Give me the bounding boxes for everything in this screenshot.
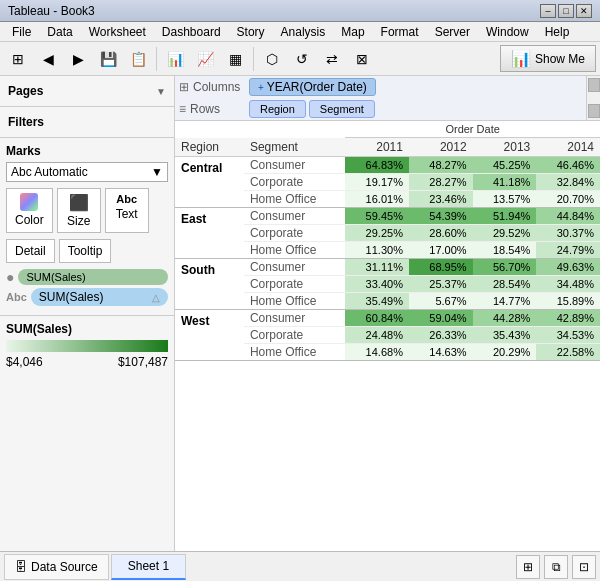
data-cell: 11.30% [345,242,409,259]
new-sheet-btn[interactable]: ⊞ [516,555,540,579]
toolbar-grid-btn[interactable]: ⊞ [4,45,32,73]
menu-format[interactable]: Format [373,23,427,41]
menu-window[interactable]: Window [478,23,537,41]
calendar-icon: + [258,82,264,93]
rows-text: Rows [190,102,220,116]
segment-cell: Consumer [244,310,345,327]
data-cell: 54.39% [409,208,473,225]
menu-analysis[interactable]: Analysis [273,23,334,41]
segment-cell: Corporate [244,327,345,344]
data-cell: 24.48% [345,327,409,344]
detail-button[interactable]: Detail [6,239,55,263]
year-2014-header: 2014 [536,138,600,157]
legend-labels: $4,046 $107,487 [6,355,168,369]
segment-pill[interactable]: Segment [309,100,375,118]
toolbar-sort-btn[interactable]: ⊠ [348,45,376,73]
toolbar-forward-btn[interactable]: ▶ [64,45,92,73]
rows-icon: ≡ [179,102,186,116]
marks-type-dropdown[interactable]: Abc Automatic ▼ [6,162,168,182]
columns-label: ⊞ Columns [179,80,249,94]
marks-type-label: Abc Automatic [11,165,88,179]
data-cell: 68.95% [409,259,473,276]
sheet1-tab[interactable]: Sheet 1 [111,554,186,580]
duplicate-sheet-btn[interactable]: ⧉ [544,555,568,579]
toolbar-copy-btn[interactable]: 📋 [124,45,152,73]
data-cell: 42.89% [536,310,600,327]
toolbar: ⊞ ◀ ▶ 💾 📋 📊 📈 ▦ ⬡ ↺ ⇄ ⊠ 📊 Show Me [0,42,600,76]
toolbar-back-btn[interactable]: ◀ [34,45,62,73]
year-2012-header: 2012 [409,138,473,157]
marks-pill-row-1: ● SUM(Sales) [6,269,168,285]
show-me-button[interactable]: 📊 Show Me [500,45,596,72]
year-order-date-label: YEAR(Order Date) [267,80,367,94]
color-label: Color [15,213,44,227]
delta-icon: △ [152,292,160,303]
sum-sales-pill-1[interactable]: SUM(Sales) [18,269,168,285]
data-area: Order Date Region Segment 2011 2012 2013… [175,121,600,551]
menu-server[interactable]: Server [427,23,478,41]
title-bar-text: Tableau - Book3 [8,4,540,18]
menu-map[interactable]: Map [333,23,372,41]
menu-worksheet[interactable]: Worksheet [81,23,154,41]
region-cell: West [175,310,244,361]
marks-section: Marks Abc Automatic ▼ Color ⬛ Size Abc T… [0,138,174,315]
region-pill[interactable]: Region [249,100,306,118]
menu-help[interactable]: Help [537,23,578,41]
tooltip-button[interactable]: Tooltip [59,239,112,263]
data-cell: 26.33% [409,327,473,344]
left-panel: Pages ▼ Filters Marks Abc Automatic ▼ Co… [0,76,175,551]
data-cell: 14.63% [409,344,473,361]
data-cell: 60.84% [345,310,409,327]
toolbar-filter-btn[interactable]: ⬡ [258,45,286,73]
data-cell: 28.27% [409,174,473,191]
size-label: Size [67,214,90,228]
toolbar-save-btn[interactable]: 💾 [94,45,122,73]
color-button[interactable]: Color [6,188,53,233]
datasource-tab[interactable]: 🗄 Data Source [4,554,109,580]
data-cell: 13.57% [473,191,537,208]
text-button[interactable]: Abc Text [105,188,149,233]
data-cell: 29.52% [473,225,537,242]
toolbar-table-btn[interactable]: ▦ [221,45,249,73]
table-row: CentralConsumer64.83%48.27%45.25%46.46% [175,157,600,174]
data-cell: 64.83% [345,157,409,174]
columns-text: Columns [193,80,240,94]
toolbar-chart-btn[interactable]: 📈 [191,45,219,73]
size-icon: ⬛ [69,193,89,212]
add-dashboard-btn[interactable]: ⊡ [572,555,596,579]
year-order-date-pill[interactable]: + YEAR(Order Date) [249,78,376,96]
segment-cell: Corporate [244,174,345,191]
segment-col-header: Segment [244,138,345,157]
data-cell: 16.01% [345,191,409,208]
sum-sales-pill-2[interactable]: SUM(Sales) △ [31,288,168,306]
pages-dropdown-arrow[interactable]: ▼ [156,86,166,97]
toolbar-swap-btn[interactable]: ⇄ [318,45,346,73]
shelf-scrollbar[interactable] [586,76,600,120]
menu-data[interactable]: Data [39,23,80,41]
data-cell: 48.27% [409,157,473,174]
menu-dashboard[interactable]: Dashboard [154,23,229,41]
segment-cell: Consumer [244,259,345,276]
legend-min: $4,046 [6,355,43,369]
maximize-button[interactable]: □ [558,4,574,18]
toolbar-refresh-btn[interactable]: ↺ [288,45,316,73]
columns-shelf: ⊞ Columns + YEAR(Order Date) [175,76,600,98]
size-button[interactable]: ⬛ Size [57,188,101,233]
circle-icon: ● [6,269,14,285]
minimize-button[interactable]: – [540,4,556,18]
data-cell: 35.43% [473,327,537,344]
data-cell: 18.54% [473,242,537,259]
toolbar-sep-2 [253,47,254,71]
toolbar-bar-btn[interactable]: 📊 [161,45,189,73]
menu-story[interactable]: Story [229,23,273,41]
data-cell: 59.04% [409,310,473,327]
close-button[interactable]: ✕ [576,4,592,18]
segment-cell: Home Office [244,242,345,259]
color-icon [20,193,38,211]
data-cell: 51.94% [473,208,537,225]
data-cell: 19.17% [345,174,409,191]
menu-file[interactable]: File [4,23,39,41]
data-cell: 46.46% [536,157,600,174]
data-cell: 34.53% [536,327,600,344]
marks-type-arrow: ▼ [151,165,163,179]
